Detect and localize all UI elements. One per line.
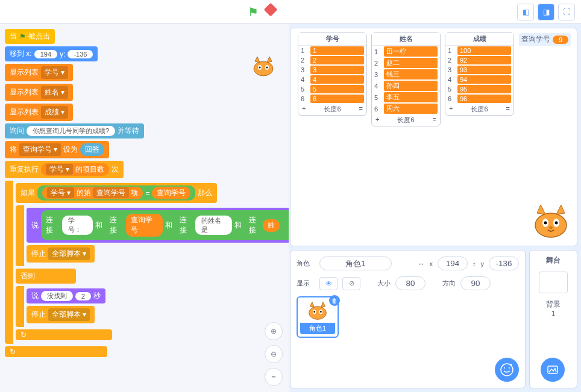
repeat-body: 如果 学号 ▾ 的第 查询学号 项 = 查询学号 那么 说 连接学号：和 连接查… — [5, 181, 289, 344]
run-controls: ⚑ — [6, 5, 517, 19]
zoom-out-button[interactable]: ⊖ — [265, 345, 283, 363]
dir-input[interactable] — [460, 276, 491, 290]
when-flag-clicked-block[interactable]: 当 ⚑ 被点击 — [5, 29, 55, 44]
stop-icon[interactable] — [264, 2, 278, 16]
add-item[interactable]: + — [302, 105, 306, 114]
y-input[interactable]: -136 — [68, 50, 93, 58]
resize[interactable]: = — [506, 105, 510, 114]
show-list-3[interactable]: 显示列表成绩 ▾ — [5, 104, 73, 121]
backdrop-count: 1 — [546, 310, 561, 318]
svg-point-18 — [509, 367, 510, 369]
list-item[interactable]: 1田一柠 — [372, 46, 440, 57]
list-item[interactable]: 2赵二 — [372, 57, 440, 69]
hide-button[interactable]: ⊘ — [342, 277, 360, 290]
stop-block[interactable]: 停止全部脚本 ▾ — [27, 245, 95, 263]
sprite-name-input[interactable] — [319, 257, 392, 270]
resize[interactable]: = — [359, 105, 363, 114]
var-reporter[interactable]: 查询学号 — [152, 187, 190, 199]
list-monitor[interactable]: 学号112233445566+长度6= — [298, 32, 367, 116]
stage[interactable]: 查询学号 9 学号112233445566+长度6=姓名1田一柠2赵二3钱三4孙… — [290, 28, 577, 246]
list-dropdown[interactable]: 成绩 ▾ — [41, 106, 68, 119]
sprite-panel: 角色 ↔x ↕y 显示 👁 ⊘ 大小 方向 — [290, 250, 526, 388]
list-item[interactable]: 5李五 — [372, 92, 440, 103]
view-modes: ◧ ◨ ⛶ — [517, 4, 575, 20]
sprite-label: 角色 — [297, 259, 315, 268]
set-var-block[interactable]: 将 查询学号 ▾ 设为 回答 — [5, 141, 109, 158]
zoom-in-button[interactable]: ⊕ — [265, 322, 283, 340]
else-label[interactable]: 否则 — [16, 269, 76, 284]
add-item[interactable]: + — [375, 116, 379, 125]
if-block[interactable]: 如果 学号 ▾ 的第 查询学号 项 = 查询学号 那么 — [16, 183, 217, 203]
list-item[interactable]: 44 — [298, 75, 366, 84]
add-sprite-button[interactable] — [495, 358, 519, 382]
show-button[interactable]: 👁 — [319, 277, 338, 290]
monitor-title: 学号 — [298, 33, 366, 46]
svg-point-14 — [313, 311, 315, 313]
show-label: 显示 — [297, 279, 315, 288]
svg-point-4 — [266, 67, 268, 69]
text: 当 — [10, 31, 17, 42]
svg-point-5 — [535, 213, 567, 237]
list-item[interactable]: 55 — [298, 84, 366, 94]
var-dropdown[interactable]: 查询学号 ▾ — [19, 143, 61, 156]
monitor-title: 姓名 — [372, 33, 440, 46]
say-for-block[interactable]: 说没找到2秒 — [27, 288, 105, 303]
stop-dropdown[interactable]: 全部脚本 ▾ — [48, 247, 90, 260]
list-item[interactable]: 393 — [445, 65, 513, 75]
y-input[interactable] — [489, 257, 519, 270]
list-dropdown[interactable]: 姓名 ▾ — [41, 86, 68, 99]
svg-point-15 — [320, 311, 322, 313]
list-item[interactable]: 494 — [445, 75, 513, 84]
delete-sprite-button[interactable]: 🗑 — [329, 295, 340, 306]
x-input[interactable] — [438, 257, 468, 270]
list-item[interactable]: 6周六 — [372, 103, 440, 114]
list-item[interactable]: 11 — [298, 46, 366, 55]
sprite-on-stage[interactable] — [530, 202, 572, 241]
fullscreen-button[interactable]: ⛶ — [558, 4, 575, 20]
large-stage-button[interactable]: ◨ — [538, 4, 554, 20]
equals-block[interactable]: 学号 ▾ 的第 查询学号 项 = 查询学号 — [37, 185, 195, 201]
sprite-card-name: 角色1 — [300, 323, 335, 334]
ask-block[interactable]: 询问 你想查询几号同学的成绩? 并等待 — [5, 123, 144, 138]
show-list-1[interactable]: 显示列表学号 ▾ — [5, 64, 73, 81]
topbar: ⚑ ◧ ◨ ⛶ — [0, 0, 581, 24]
stop-block-2[interactable]: 停止全部脚本 ▾ — [27, 306, 95, 323]
list-item[interactable]: 22 — [298, 55, 366, 65]
backdrop-thumb[interactable] — [539, 272, 568, 293]
size-label: 大小 — [377, 279, 391, 288]
size-input[interactable] — [395, 276, 426, 290]
list-item[interactable]: 3钱三 — [372, 69, 440, 80]
list-item[interactable]: 696 — [445, 94, 513, 104]
show-list-2[interactable]: 显示列表姓名 ▾ — [5, 84, 73, 101]
list-item[interactable]: 595 — [445, 84, 513, 94]
zoom-controls: ⊕ ⊖ ＝ — [265, 322, 283, 386]
question-input[interactable]: 你想查询几号同学的成绩? — [27, 126, 115, 136]
add-backdrop-button[interactable] — [541, 358, 565, 382]
goto-xy-block[interactable]: 移到 x: 194 y: -136 — [5, 46, 98, 61]
say-block[interactable]: 说 连接学号：和 连接查询学号和 连接的姓名是和 连接姓 — [27, 208, 289, 243]
list-item[interactable]: 33 — [298, 65, 366, 75]
list-item[interactable]: 292 — [445, 55, 513, 65]
length: 长度6 — [324, 105, 341, 114]
list-item[interactable]: 1100 — [445, 46, 513, 55]
list-item[interactable]: 66 — [298, 94, 366, 104]
resize[interactable]: = — [433, 116, 436, 125]
c-end: ↻ — [5, 346, 107, 357]
code-area[interactable]: 当 ⚑ 被点击 移到 x: 194 y: -136 显示列表学号 ▾ 显示列表姓… — [0, 24, 289, 392]
add-item[interactable]: + — [449, 105, 453, 114]
stage-panel: 舞台 背景 1 — [529, 250, 577, 388]
repeat-block[interactable]: 重复执行 学号 ▾ 的项目数 次 — [5, 161, 124, 178]
stage-column: 查询学号 9 学号112233445566+长度6=姓名1田一柠2赵二3钱三4孙… — [289, 24, 581, 392]
list-monitor[interactable]: 姓名1田一柠2赵二3钱三4孙四5李五6周六+长度6= — [371, 32, 441, 126]
zoom-reset-button[interactable]: ＝ — [265, 368, 283, 386]
list-dropdown[interactable]: 学号 ▾ — [41, 66, 68, 79]
list-item[interactable]: 4孙四 — [372, 80, 440, 92]
length: 长度6 — [471, 105, 488, 114]
monitor-title: 成绩 — [445, 33, 513, 46]
list-monitor[interactable]: 成绩1100292393494595696+长度6= — [445, 32, 514, 116]
answer-reporter[interactable]: 回答 — [80, 143, 104, 156]
small-stage-button[interactable]: ◧ — [517, 4, 534, 20]
green-flag-icon[interactable]: ⚑ — [248, 5, 259, 19]
sprite-card[interactable]: 🗑 角色1 — [297, 296, 339, 338]
x-input[interactable]: 194 — [34, 50, 57, 58]
